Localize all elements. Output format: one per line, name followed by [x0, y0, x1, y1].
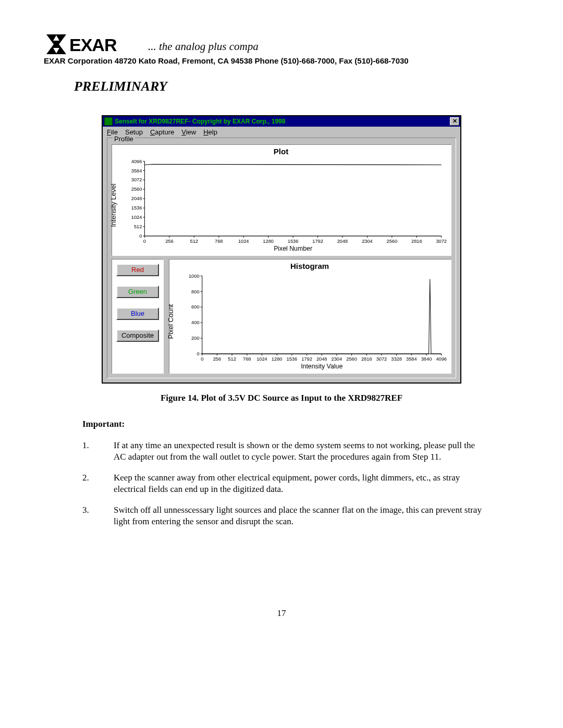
- svg-text:2560: 2560: [131, 186, 142, 192]
- important-heading: Important:: [82, 419, 519, 429]
- note-number: 2.: [82, 472, 114, 495]
- plot-title: Plot: [115, 147, 447, 156]
- histogram-svg: 0200400600800100002565127681024128015361…: [173, 273, 447, 371]
- svg-text:2560: 2560: [346, 356, 357, 362]
- svg-text:256: 256: [165, 238, 173, 244]
- svg-text:1280: 1280: [272, 356, 283, 362]
- menu-view-rest: iew: [186, 128, 197, 136]
- plot-y-label: Intensity Level: [109, 183, 117, 227]
- page-number: 17: [0, 608, 563, 619]
- menubar: File Setup Capture View Help: [103, 127, 460, 138]
- window-title: SenseIt for XRD9827REF- Copyright by EXA…: [115, 118, 285, 125]
- histogram-y-label: Pixel Count: [167, 304, 175, 339]
- svg-text:2048: 2048: [316, 356, 327, 362]
- svg-text:1536: 1536: [288, 238, 299, 244]
- svg-text:2560: 2560: [387, 238, 398, 244]
- svg-text:1000: 1000: [189, 273, 200, 278]
- close-button[interactable]: ✕: [450, 117, 459, 126]
- svg-text:3072: 3072: [131, 177, 142, 182]
- svg-text:1024: 1024: [131, 214, 142, 220]
- svg-text:1792: 1792: [301, 356, 312, 362]
- notes-list: 1.If at any time an unexpected result is…: [44, 440, 519, 528]
- note-item: 1.If at any time an unexpected result is…: [82, 440, 483, 463]
- svg-text:3328: 3328: [391, 356, 402, 362]
- tagline: ... the analog plus compa: [148, 40, 259, 54]
- svg-text:512: 512: [134, 224, 142, 229]
- channel-panel: Red Green Blue Composite: [112, 259, 164, 374]
- svg-marker-0: [46, 34, 66, 54]
- svg-text:768: 768: [215, 238, 223, 244]
- menu-capture[interactable]: Capture: [150, 128, 174, 136]
- menu-capture-rest: apture: [155, 128, 174, 136]
- svg-text:512: 512: [228, 356, 236, 362]
- svg-text:2304: 2304: [332, 356, 342, 362]
- exar-logo: EXAR: [44, 34, 143, 54]
- svg-text:EXAR: EXAR: [69, 35, 117, 54]
- composite-button[interactable]: Composite: [116, 329, 159, 342]
- plot-svg: 0512102415362048256030723584409602565127…: [115, 158, 447, 253]
- svg-text:0: 0: [139, 233, 142, 239]
- svg-text:1280: 1280: [263, 238, 274, 244]
- menu-view[interactable]: View: [181, 128, 196, 136]
- svg-text:Pixel Number: Pixel Number: [274, 244, 312, 252]
- plot-chart: Intensity Level 051210241536204825603072…: [115, 158, 447, 253]
- svg-text:2048: 2048: [337, 238, 348, 244]
- green-button[interactable]: Green: [116, 286, 159, 298]
- preliminary-heading: PRELIMINARY: [74, 79, 519, 94]
- figure-caption: Figure 14. Plot of 3.5V DC Source as Inp…: [44, 393, 519, 403]
- svg-text:3840: 3840: [421, 356, 432, 362]
- svg-text:400: 400: [191, 319, 199, 325]
- svg-text:3072: 3072: [436, 238, 447, 244]
- svg-text:3072: 3072: [376, 356, 387, 362]
- note-text: Switch off all unnesscessary light sourc…: [114, 504, 483, 527]
- svg-text:0: 0: [201, 356, 203, 362]
- red-button[interactable]: Red: [116, 264, 159, 276]
- svg-text:4096: 4096: [131, 158, 142, 164]
- titlebar: SenseIt for XRD9827REF- Copyright by EXA…: [103, 116, 460, 127]
- svg-text:3584: 3584: [131, 167, 142, 173]
- histogram-chart: Pixel Count 0200400600800100002565127681…: [173, 273, 447, 371]
- note-item: 3.Switch off all unnesscessary light sou…: [82, 504, 483, 527]
- profile-group: Profile Plot Intensity Level 05121024153…: [107, 138, 456, 378]
- application-window: SenseIt for XRD9827REF- Copyright by EXA…: [102, 115, 461, 384]
- svg-text:1024: 1024: [256, 356, 267, 362]
- svg-text:2816: 2816: [411, 238, 422, 244]
- svg-text:800: 800: [191, 288, 199, 294]
- svg-text:0: 0: [143, 238, 146, 244]
- svg-text:2048: 2048: [131, 195, 142, 201]
- note-number: 3.: [82, 504, 114, 527]
- note-text: If at any time an unexpected result is s…: [114, 440, 483, 463]
- svg-text:512: 512: [190, 238, 198, 244]
- app-icon: [104, 117, 113, 126]
- svg-text:200: 200: [191, 335, 199, 341]
- note-text: Keep the scanner away from other electri…: [114, 472, 483, 495]
- svg-text:768: 768: [243, 356, 251, 362]
- svg-text:1536: 1536: [131, 205, 142, 211]
- plot-panel: Plot Intensity Level 0512102415362048256…: [112, 144, 451, 256]
- svg-text:2816: 2816: [361, 356, 372, 362]
- svg-text:Intensity Value: Intensity Value: [301, 363, 342, 370]
- svg-text:256: 256: [213, 356, 221, 362]
- header: EXAR ... the analog plus compa: [44, 34, 519, 54]
- svg-text:1792: 1792: [312, 238, 323, 244]
- svg-text:4096: 4096: [436, 356, 447, 362]
- blue-button[interactable]: Blue: [116, 307, 159, 320]
- menu-help-rest: elp: [209, 128, 217, 136]
- menu-help[interactable]: Help: [203, 128, 217, 136]
- note-number: 1.: [82, 440, 114, 463]
- svg-text:2304: 2304: [362, 238, 373, 244]
- histogram-title: Histogram: [173, 262, 447, 270]
- svg-text:600: 600: [191, 304, 199, 310]
- note-item: 2.Keep the scanner away from other elect…: [82, 472, 483, 495]
- svg-text:1536: 1536: [287, 356, 298, 362]
- page: EXAR ... the analog plus compa EXAR Corp…: [0, 0, 563, 728]
- histogram-panel: Histogram Pixel Count 020040060080010000…: [169, 259, 451, 374]
- svg-text:1024: 1024: [238, 238, 249, 244]
- profile-legend: Profile: [113, 135, 135, 143]
- svg-text:3584: 3584: [406, 356, 417, 362]
- company-address: EXAR Corporation 48720 Kato Road, Fremon…: [44, 56, 519, 65]
- svg-text:0: 0: [197, 351, 199, 356]
- histogram-row: Red Green Blue Composite Histogram Pixel…: [112, 259, 451, 374]
